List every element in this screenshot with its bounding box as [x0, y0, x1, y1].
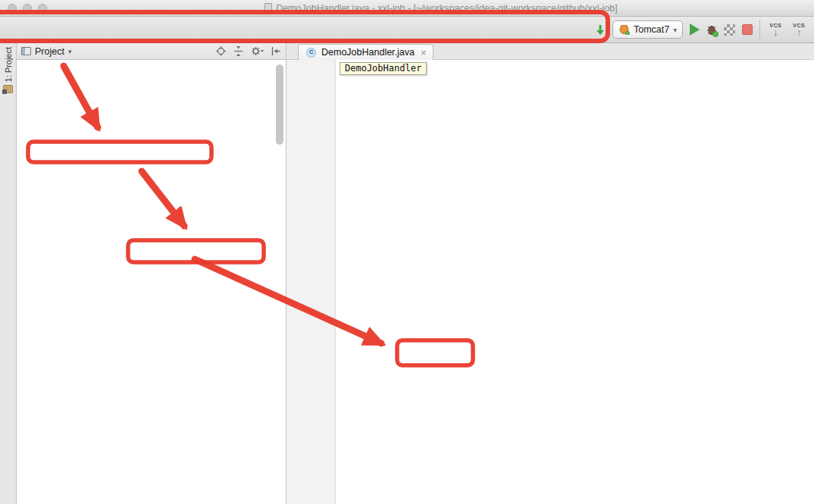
crosshair-icon	[216, 46, 226, 56]
project-tree	[17, 60, 286, 504]
project-dock-label: 1: Project	[4, 47, 13, 82]
window-controls	[8, 4, 47, 13]
collapse-all-button[interactable]	[233, 46, 243, 56]
editor-tab-bar: DemoJobHandler.java ×	[286, 43, 814, 60]
main-toolbar: Tomcat7 ▾ VCS VCS	[0, 17, 814, 43]
application-window: DemoJobHandler.java - xxl-job - [~/works…	[0, 0, 814, 504]
toolbar-separator	[759, 20, 760, 39]
bug-icon	[706, 24, 717, 36]
class-name-popup: DemoJobHandler	[340, 62, 427, 75]
coverage-button[interactable]	[724, 24, 735, 36]
run-configuration-label: Tomcat7	[634, 24, 669, 35]
stop-icon	[742, 24, 753, 35]
project-panel-icon	[21, 47, 31, 55]
editor-gutter	[286, 60, 336, 504]
close-window-button[interactable]	[8, 4, 17, 13]
dock-left-icon	[271, 46, 281, 56]
settings-button[interactable]	[251, 46, 264, 56]
stop-button[interactable]	[742, 24, 753, 35]
project-panel: Project ▾	[17, 43, 286, 504]
tool-window-bar: 1: Project	[0, 43, 17, 504]
window-title-wrap: DemoJobHandler.java - xxl-job - [~/works…	[265, 3, 618, 14]
chevron-down-icon: ▾	[673, 26, 677, 34]
title-bar: DemoJobHandler.java - xxl-job - [~/works…	[0, 0, 814, 17]
hide-panel-button[interactable]	[271, 46, 281, 56]
gear-icon	[251, 46, 264, 56]
update-indicator-button[interactable]	[596, 24, 606, 36]
project-panel-header: Project ▾	[17, 43, 286, 60]
collapse-all-icon	[233, 46, 243, 56]
breadcrumb	[0, 17, 591, 42]
run-button[interactable]	[690, 23, 700, 36]
window-title: DemoJobHandler.java - xxl-job - [~/works…	[276, 3, 618, 14]
vcs-update-arrow-icon	[773, 27, 778, 37]
code-editor[interactable]: DemoJobHandler	[286, 60, 814, 504]
panel-title: Project	[35, 46, 64, 57]
project-tool-icon	[3, 85, 13, 93]
document-icon	[265, 3, 272, 13]
coverage-icon	[724, 24, 735, 36]
run-icon	[690, 23, 700, 36]
minimize-window-button[interactable]	[23, 4, 32, 13]
chevron-down-icon[interactable]: ▾	[68, 48, 72, 55]
locate-button[interactable]	[216, 46, 226, 56]
editor-pane: DemoJobHandler.java × DemoJobHandler	[286, 43, 814, 504]
zoom-window-button[interactable]	[38, 4, 47, 13]
vcs-commit-button[interactable]: VCS	[791, 23, 807, 37]
tomcat-icon	[618, 24, 630, 35]
editor-tab-label: DemoJobHandler.java	[321, 47, 415, 58]
editor-tab[interactable]: DemoJobHandler.java ×	[298, 44, 434, 60]
close-icon[interactable]: ×	[421, 47, 427, 58]
class-icon	[305, 47, 316, 58]
panel-toolbar	[216, 46, 281, 56]
tool-window-button-project[interactable]: 1: Project	[0, 43, 16, 93]
vcs-commit-arrow-icon	[797, 27, 802, 37]
vcs-update-button[interactable]: VCS	[767, 23, 784, 37]
toolbar-actions: Tomcat7 ▾ VCS VCS	[591, 20, 807, 39]
run-configuration-select[interactable]: Tomcat7 ▾	[612, 20, 683, 39]
green-down-arrow-icon	[596, 24, 606, 36]
debug-button[interactable]	[706, 24, 717, 36]
scrollbar-thumb[interactable]	[276, 64, 283, 145]
